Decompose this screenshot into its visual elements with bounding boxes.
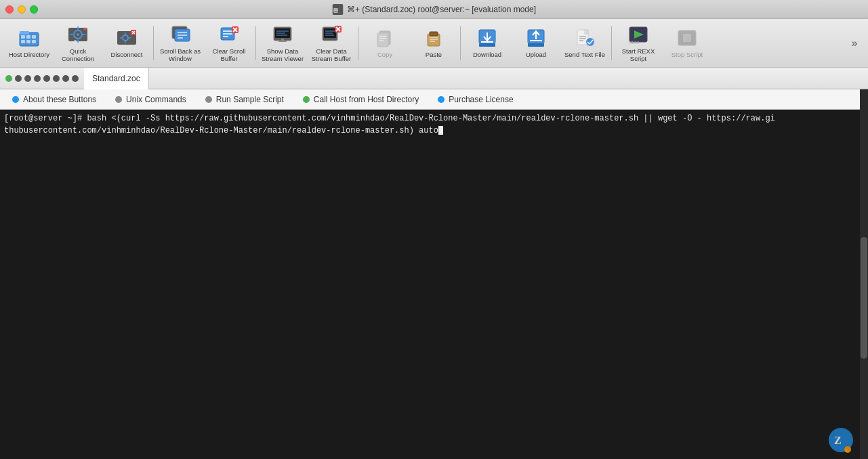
svg-rect-5	[26, 35, 30, 39]
download-button[interactable]: Download	[463, 23, 511, 64]
scroll-back-label: Scroll Back as Window	[157, 47, 204, 63]
nav-dot-run-sample	[205, 96, 212, 103]
show-data-stream-icon	[272, 24, 293, 45]
window-title: ▤ ⌘+ (Standard.zoc) root@server:~ [evalu…	[332, 4, 536, 15]
tab-standard-zoc[interactable]: Standard.zoc	[84, 68, 149, 89]
svg-rect-45	[281, 39, 284, 41]
svg-text:✦: ✦	[83, 26, 87, 32]
paste-label: Paste	[426, 51, 442, 58]
host-directory-icon	[18, 27, 40, 49]
nav-dot-unix	[115, 96, 122, 103]
nav-tab-call-host[interactable]: Call Host from Host Directory	[293, 90, 428, 109]
terminal-cursor	[438, 126, 443, 135]
terminal-line-2: thubusercontent.com/vinhminhdao/RealDev-…	[4, 125, 864, 137]
host-directory-label: Host Directory	[9, 51, 49, 58]
show-data-stream-label: Show Data Stream Viewer	[259, 47, 306, 63]
tab-dot-4	[43, 75, 50, 82]
scrollbar-thumb[interactable]	[861, 237, 867, 359]
svg-rect-17	[74, 40, 77, 41]
quick-connection-button[interactable]: ✦ Quick Connection	[54, 23, 102, 64]
svg-rect-61	[430, 32, 438, 36]
download-icon	[476, 27, 498, 49]
clear-data-stream-label: Clear Data Stream Buffer	[308, 47, 355, 63]
separator-5	[611, 26, 612, 60]
svg-rect-7	[21, 40, 25, 43]
terminal-prompt-2: thubusercontent.com/vinhminhdao/RealDev-…	[4, 126, 438, 135]
start-rexx-script-icon: REXX	[627, 24, 649, 45]
svg-rect-9	[32, 40, 36, 43]
disconnect-icon	[116, 27, 138, 49]
send-text-file-icon	[574, 27, 596, 49]
nav-tab-purchase[interactable]: Purchase License	[428, 90, 522, 109]
nav-tab-run-sample[interactable]: Run Sample Script	[196, 90, 293, 109]
svg-rect-4	[21, 35, 25, 39]
title-text: ⌘+ (Standard.zoc) root@server:~ [evaluat…	[347, 5, 536, 14]
scroll-back-button[interactable]: Scroll Back as Window	[157, 23, 204, 64]
download-label: Download	[473, 51, 501, 58]
nav-tab-run-sample-label: Run Sample Script	[216, 95, 284, 104]
separator-1	[153, 26, 154, 60]
tab-dot-1	[15, 75, 22, 82]
svg-rect-82	[683, 34, 691, 42]
clear-data-stream-icon	[321, 24, 342, 45]
svg-rect-68	[479, 43, 495, 47]
tab-dot-2	[24, 75, 31, 82]
toolbar: Host Directory ✦ Quick Connection	[0, 19, 868, 68]
paste-button[interactable]: Paste	[410, 23, 457, 64]
start-rexx-script-button[interactable]: REXX Start REXX Script	[615, 23, 662, 64]
terminal-prompt: [root@server ~]# bash <(curl -Ss https:/…	[4, 114, 775, 123]
stop-script-button[interactable]: Stop Script	[663, 23, 711, 64]
quick-connection-label: Quick Connection	[54, 47, 102, 63]
show-data-stream-button[interactable]: Show Data Stream Viewer	[259, 23, 306, 64]
tab-dot-5	[53, 75, 60, 82]
stop-script-label: Stop Script	[671, 51, 703, 58]
nav-dot-purchase	[438, 96, 445, 103]
nav-tab-unix-label: Unix Commands	[126, 95, 186, 104]
nav-dot-call-host	[303, 96, 310, 103]
disconnect-button[interactable]: Disconnect	[103, 23, 150, 64]
copy-label: Copy	[377, 51, 392, 58]
nav-tab-about[interactable]: About these Buttons	[3, 90, 106, 109]
quick-connection-icon: ✦	[67, 24, 89, 45]
traffic-lights	[5, 5, 38, 14]
host-directory-button[interactable]: Host Directory	[5, 23, 53, 64]
tab-dot-active	[5, 75, 12, 82]
copy-icon	[374, 27, 396, 49]
clear-data-stream-button[interactable]: Clear Data Stream Buffer	[308, 23, 355, 64]
watermark-logo: Z i	[827, 427, 854, 454]
svg-rect-72	[528, 43, 544, 47]
paste-icon	[423, 27, 445, 49]
svg-rect-3	[20, 31, 29, 35]
clear-scroll-buffer-button[interactable]: Clear Scroll Buffer	[205, 23, 253, 64]
send-text-file-button[interactable]: Send Text File	[561, 23, 608, 64]
svg-point-16	[77, 33, 79, 36]
nav-tab-unix[interactable]: Unix Commands	[106, 90, 196, 109]
maximize-button[interactable]	[30, 5, 38, 14]
separator-4	[460, 26, 461, 60]
stop-script-icon	[676, 27, 698, 49]
send-text-file-label: Send Text File	[564, 51, 605, 58]
toolbar-expand-button[interactable]: »	[846, 35, 863, 51]
terminal-area[interactable]: [root@server ~]# bash <(curl -Ss https:/…	[0, 110, 868, 459]
scroll-back-icon	[169, 24, 191, 45]
separator-3	[358, 26, 358, 60]
nav-tab-about-label: About these Buttons	[23, 95, 96, 104]
copy-button[interactable]: Copy	[361, 23, 409, 64]
svg-text:Z: Z	[834, 435, 842, 446]
close-button[interactable]	[5, 5, 14, 14]
title-bar: ▤ ⌘+ (Standard.zoc) root@server:~ [evalu…	[0, 0, 868, 19]
tab-label: Standard.zoc	[92, 74, 140, 83]
svg-rect-46	[278, 41, 287, 42]
disconnect-label: Disconnect	[111, 51, 143, 58]
svg-rect-6	[32, 35, 36, 39]
svg-rect-8	[26, 40, 30, 43]
nav-tab-purchase-label: Purchase License	[449, 95, 513, 104]
tab-dots	[0, 75, 84, 82]
tab-dot-7	[72, 75, 79, 82]
scrollbar-track[interactable]	[860, 89, 868, 459]
upload-button[interactable]: Upload	[512, 23, 560, 64]
svg-rect-56	[377, 33, 388, 47]
minimize-button[interactable]	[18, 5, 26, 14]
upload-label: Upload	[526, 51, 546, 58]
terminal-line-1: [root@server ~]# bash <(curl -Ss https:/…	[4, 112, 864, 125]
